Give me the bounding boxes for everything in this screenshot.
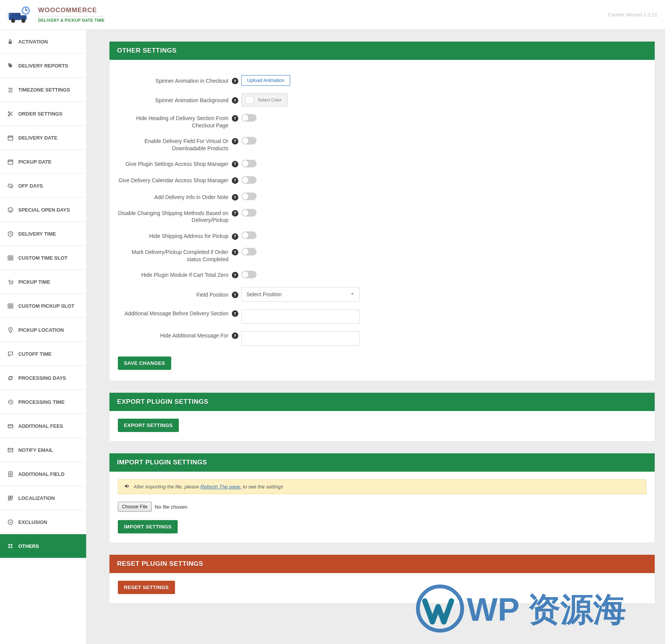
- toggle-switch[interactable]: [241, 137, 257, 145]
- sidebar-item-activation[interactable]: ACTIVATION: [0, 30, 86, 54]
- save-changes-button[interactable]: SAVE CHANGES: [118, 357, 171, 370]
- sidebar-item-label: SPECIAL OPEN DAYS: [18, 207, 70, 213]
- help-icon[interactable]: ?: [232, 272, 238, 278]
- setting-row: Hide Plugin Module if Cart Total Zero?: [118, 271, 646, 279]
- panel-title: RESET PLUGIN SETTINGS: [109, 555, 655, 573]
- svg-rect-26: [8, 424, 13, 428]
- sidebar-item-label: LOCALIZATION: [18, 495, 55, 501]
- chat-icon: [7, 350, 14, 357]
- sidebar-item-custom-pickup-slot[interactable]: CUSTOM PICKUP SLOT: [0, 294, 86, 318]
- sliders-icon: [7, 86, 14, 93]
- sidebar-item-localization[interactable]: LOCALIZATION: [0, 486, 86, 510]
- help-icon[interactable]: ?: [232, 161, 238, 167]
- calendar-icon: [7, 158, 14, 165]
- toggle-switch[interactable]: [241, 248, 257, 255]
- setting-label: Hide Plugin Module if Cart Total Zero: [118, 271, 228, 279]
- sidebar-item-cutoff-time[interactable]: CUTOFF TIME: [0, 342, 86, 366]
- sidebar-item-label: ADDITIONAL FEES: [18, 423, 63, 429]
- setting-row: Hide Additional Message For?: [118, 331, 646, 346]
- sidebar-item-pickup-location[interactable]: PICKUP LOCATION: [0, 318, 86, 342]
- toggle-switch[interactable]: [241, 176, 257, 184]
- sidebar-item-label: PROCESSING TIME: [18, 399, 64, 405]
- setting-label: Hide Additional Message For: [118, 331, 228, 339]
- help-icon[interactable]: ?: [232, 78, 238, 84]
- select-color-button[interactable]: Select Color: [241, 93, 288, 106]
- help-icon[interactable]: ?: [232, 138, 238, 145]
- help-icon[interactable]: ?: [232, 210, 238, 217]
- setting-row: Give Delivery Calendar Access Shop Manag…: [118, 176, 646, 185]
- setting-row: Field Position?Select Position: [118, 287, 646, 302]
- text-input[interactable]: [241, 309, 360, 324]
- file-status-text: No file chosen: [155, 504, 188, 510]
- sidebar-item-label: CUSTOM PICKUP SLOT: [18, 303, 74, 309]
- help-icon[interactable]: ?: [232, 292, 238, 298]
- field-position-select[interactable]: Select Position: [241, 287, 360, 302]
- sidebar-item-delivery-reports[interactable]: DELIVERY REPORTS: [0, 54, 86, 78]
- sidebar: ACTIVATIONDELIVERY REPORTSTIMEZONE SETTI…: [0, 30, 86, 644]
- svg-point-21: [9, 283, 10, 284]
- sidebar-item-delivery-time[interactable]: DELIVERY TIME: [0, 222, 86, 246]
- choose-file-button[interactable]: Choose File: [118, 502, 152, 512]
- sidebar-item-order-settings[interactable]: ORDER SETTINGS: [0, 102, 86, 126]
- upload-animation-button[interactable]: Upload Animation: [241, 75, 290, 86]
- svg-point-16: [8, 207, 13, 212]
- toggle-switch[interactable]: [241, 160, 257, 167]
- calendar-icon: [7, 134, 14, 141]
- setting-label: Field Position: [118, 291, 228, 299]
- sidebar-item-pickup-time[interactable]: PICKUP TIME: [0, 270, 86, 294]
- sidebar-item-additional-field[interactable]: ADDITIONAL FIELD: [0, 462, 86, 486]
- version-label: Current Version 1.3.11: [608, 12, 657, 18]
- doc-icon: [7, 471, 14, 477]
- toggle-switch[interactable]: [241, 271, 257, 278]
- svg-point-24: [10, 328, 11, 329]
- sidebar-item-off-days[interactable]: OFF DAYS: [0, 174, 86, 198]
- sidebar-item-delivery-date[interactable]: DELIVERY DATE: [0, 126, 86, 150]
- help-icon[interactable]: ?: [232, 97, 238, 104]
- svg-rect-36: [11, 546, 12, 548]
- help-icon[interactable]: ?: [232, 233, 238, 240]
- grid-icon: [7, 543, 14, 549]
- setting-label: Spinner Animation in Checkout: [118, 77, 228, 85]
- help-icon[interactable]: ?: [232, 177, 238, 184]
- sidebar-item-notify-email[interactable]: NOTIFY EMAIL: [0, 438, 86, 462]
- sidebar-item-pickup-date[interactable]: PICKUP DATE: [0, 150, 86, 174]
- help-icon[interactable]: ?: [232, 249, 238, 255]
- svg-point-11: [9, 91, 10, 92]
- setting-row: Spinner Animation Background?Select Colo…: [118, 93, 646, 106]
- sidebar-item-processing-days[interactable]: PROCESSING DAYS: [0, 366, 86, 390]
- mail-icon: [7, 446, 14, 453]
- sidebar-item-label: EXCLUSION: [18, 519, 47, 525]
- sidebar-item-label: TIMEZONE SETTINGS: [18, 87, 70, 93]
- sidebar-item-others[interactable]: OTHERS: [0, 534, 86, 558]
- svg-point-2: [11, 19, 15, 22]
- panel-other-settings: OTHER SETTINGS Spinner Animation in Chec…: [109, 41, 655, 381]
- toggle-switch[interactable]: [241, 114, 257, 122]
- toggle-switch[interactable]: [241, 231, 257, 239]
- setting-row: Spinner Animation in Checkout?Upload Ani…: [118, 75, 646, 86]
- svg-point-13: [8, 114, 10, 116]
- sidebar-item-additional-fees[interactable]: ADDITIONAL FEES: [0, 414, 86, 438]
- export-settings-button[interactable]: EXPORT SETTINGS: [118, 419, 179, 432]
- sidebar-item-label: NOTIFY EMAIL: [18, 447, 53, 453]
- sidebar-item-processing-time[interactable]: PROCESSING TIME: [0, 390, 86, 414]
- help-icon[interactable]: ?: [232, 310, 238, 317]
- refresh-link[interactable]: Refresh The page.: [201, 484, 242, 490]
- minus-icon: [7, 519, 14, 525]
- sidebar-item-label: PICKUP LOCATION: [18, 327, 64, 333]
- reset-settings-button[interactable]: RESET SETTINGS: [118, 581, 175, 594]
- help-icon[interactable]: ?: [232, 332, 238, 339]
- lock-icon: [7, 38, 14, 45]
- svg-rect-34: [11, 544, 12, 546]
- help-icon[interactable]: ?: [232, 115, 238, 122]
- sidebar-item-label: DELIVERY DATE: [18, 135, 57, 141]
- sidebar-item-exclusion[interactable]: EXCLUSION: [0, 510, 86, 534]
- sidebar-item-timezone-settings[interactable]: TIMEZONE SETTINGS: [0, 78, 86, 102]
- help-icon[interactable]: ?: [232, 194, 238, 201]
- import-settings-button[interactable]: IMPORT SETTINGS: [118, 520, 178, 533]
- toggle-switch[interactable]: [241, 193, 257, 200]
- globe-icon: [7, 495, 14, 501]
- text-input[interactable]: [241, 331, 360, 346]
- sidebar-item-special-open-days[interactable]: SPECIAL OPEN DAYS: [0, 198, 86, 222]
- sidebar-item-custom-time-slot[interactable]: CUSTOM TIME SLOT: [0, 246, 86, 270]
- toggle-switch[interactable]: [241, 209, 257, 217]
